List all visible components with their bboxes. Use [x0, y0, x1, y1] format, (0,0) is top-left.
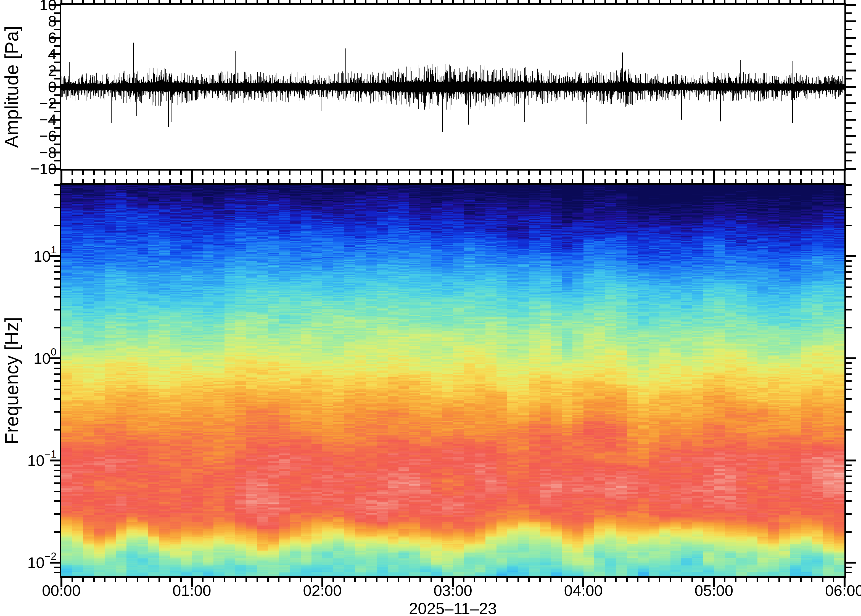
frequency-left-tick: [54, 309, 60, 311]
spectrogram-bottom-tick: [746, 578, 747, 582]
spectrogram-bottom-tick: [159, 578, 160, 582]
spectrogram-top-tick: [71, 179, 73, 183]
waveform-bottom-tick: [626, 171, 628, 175]
spectrogram-bottom-tick: [71, 578, 73, 582]
waveform-top-tick: [343, 0, 345, 3]
amplitude-right-tick: [846, 53, 856, 55]
waveform-bottom-tick: [822, 171, 823, 175]
waveform-top-tick: [289, 0, 291, 3]
spectrogram-bottom-tick: [768, 578, 769, 582]
waveform-top-tick: [257, 0, 258, 3]
frequency-left-tick: [54, 429, 60, 431]
spectrogram-top-tick: [485, 179, 486, 183]
spectrogram-bottom-tick: [790, 578, 791, 582]
waveform-top-tick: [659, 0, 660, 3]
amplitude-right-tick: [846, 69, 856, 71]
frequency-left-tick: [54, 380, 60, 382]
spectrogram-bottom-tick: [180, 578, 182, 582]
spectrogram-bottom-tick: [93, 578, 95, 582]
waveform-top-tick: [474, 0, 475, 3]
frequency-right-tick: [846, 373, 852, 375]
spectrogram-top-tick: [191, 174, 193, 183]
frequency-right-tick: [846, 500, 852, 502]
waveform-top-tick: [691, 0, 693, 3]
spectrogram-top-tick: [822, 179, 823, 183]
spectrogram-top-tick: [594, 179, 595, 183]
amplitude-tick-label: 6: [0, 30, 57, 46]
waveform-bottom-tick: [659, 171, 660, 175]
waveform-top-tick: [800, 0, 802, 3]
spectrogram-top-tick: [670, 179, 671, 183]
waveform-top-tick: [409, 0, 410, 3]
spectrogram-bottom-tick: [735, 578, 737, 582]
waveform-top-tick: [626, 0, 628, 3]
waveform-top-tick: [246, 0, 247, 3]
amplitude-tick-label: −10: [0, 161, 57, 177]
spectrogram-top-tick: [202, 179, 203, 183]
spectrogram-top-tick: [93, 179, 95, 183]
frequency-left-tick: [54, 368, 60, 369]
amplitude-right-tick: [846, 127, 852, 129]
frequency-axis-title: Frequency [Hz]: [2, 317, 21, 444]
waveform-top-tick: [148, 0, 149, 3]
spectrogram-bottom-tick: [137, 578, 138, 582]
waveform-top-tick: [702, 0, 704, 3]
amplitude-tick-label: 10: [0, 0, 57, 13]
frequency-left-tick: [54, 411, 60, 413]
spectrogram-top-tick: [778, 179, 780, 183]
frequency-tick-label: 101: [0, 249, 57, 264]
frequency-left-tick: [54, 388, 60, 390]
waveform-bottom-tick: [681, 171, 682, 175]
waveform-top-tick: [137, 0, 138, 3]
waveform-bottom-tick: [778, 171, 780, 175]
frequency-left-tick: [54, 373, 60, 375]
waveform-bottom-tick: [768, 171, 769, 175]
waveform-bottom-tick: [561, 171, 562, 175]
frequency-left-tick: [54, 476, 60, 477]
waveform-bottom-tick: [332, 171, 334, 175]
waveform-top-tick: [713, 0, 715, 3]
frequency-left-tick: [54, 500, 60, 502]
frequency-right-tick: [846, 194, 852, 195]
waveform-top-tick: [311, 0, 312, 3]
spectrogram-top-tick: [343, 179, 345, 183]
spectrogram-top-tick: [180, 179, 182, 183]
frequency-right-tick: [846, 562, 856, 564]
frequency-left-tick: [54, 470, 60, 471]
waveform-bottom-tick: [159, 171, 160, 175]
waveform-top-tick: [518, 0, 519, 3]
waveform-top-tick: [387, 0, 388, 3]
spectrogram-bottom-tick: [441, 578, 443, 582]
frequency-right-tick: [846, 309, 852, 311]
amplitude-right-tick: [846, 61, 852, 63]
waveform-bottom-tick: [169, 171, 171, 175]
spectrogram-bottom-tick: [463, 578, 464, 582]
spectrogram-top-tick: [518, 179, 519, 183]
waveform-top-tick: [115, 0, 116, 3]
frequency-right-tick: [846, 476, 852, 477]
waveform-bottom-tick: [572, 171, 573, 175]
spectrogram-bottom-tick: [648, 578, 650, 582]
waveform-bottom-tick: [735, 171, 737, 175]
spectrogram-bottom-tick: [365, 578, 367, 582]
waveform-bottom-tick: [800, 171, 802, 175]
spectrogram-top-tick: [691, 179, 693, 183]
waveform-top-tick: [594, 0, 595, 3]
amplitude-tick-label: −8: [0, 145, 57, 160]
waveform-bottom-tick: [278, 171, 279, 175]
spectrogram-bottom-tick: [278, 578, 279, 582]
spectrogram-bottom-tick: [311, 578, 312, 582]
frequency-right-tick: [846, 513, 852, 515]
spectrogram-top-tick: [811, 179, 812, 183]
spectrogram-top-tick: [354, 179, 356, 183]
spectrogram-bottom-tick: [811, 578, 812, 582]
spectrogram-top-tick: [550, 179, 551, 183]
waveform-bottom-tick: [300, 171, 301, 175]
spectrogram-top-tick: [604, 179, 606, 183]
frequency-left-tick: [54, 513, 60, 515]
amplitude-right-tick: [846, 94, 852, 96]
spectrogram-top-tick: [681, 179, 682, 183]
spectrogram-bottom-tick: [528, 578, 530, 582]
waveform-top-tick: [790, 0, 791, 3]
amplitude-tick-label: 8: [0, 14, 57, 29]
